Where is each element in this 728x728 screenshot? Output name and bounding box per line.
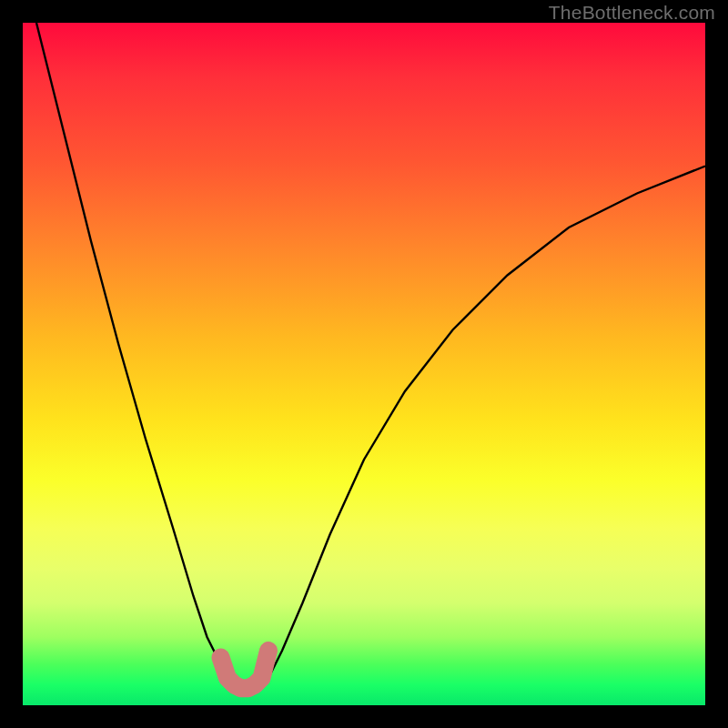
watermark-text: TheBottleneck.com	[549, 2, 715, 24]
highlight-marker	[221, 651, 269, 688]
curve-right-branch	[268, 167, 705, 679]
curve-layer	[23, 23, 705, 705]
curve-left-branch	[36, 23, 235, 685]
plot-area	[23, 23, 705, 705]
outer-frame: TheBottleneck.com	[0, 0, 728, 728]
